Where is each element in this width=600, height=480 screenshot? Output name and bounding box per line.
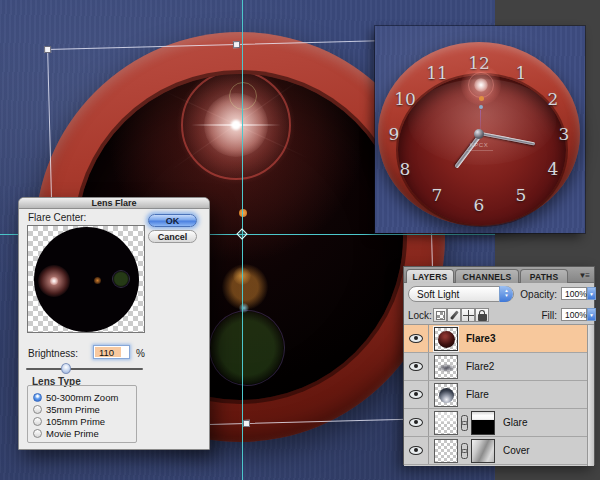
flare-center-label: Flare Center: — [28, 212, 86, 223]
clock-number: 4 — [548, 159, 559, 179]
lens-option-label: 105mm Prime — [46, 416, 105, 427]
panel-tab-bar: LAYERS CHANNELS PATHS ▼≡ — [404, 267, 594, 283]
lock-pixels-button[interactable] — [447, 308, 461, 322]
visibility-toggle[interactable] — [404, 353, 429, 380]
flare-preview-circle — [34, 227, 139, 332]
layer-mask-thumbnail[interactable] — [471, 439, 495, 463]
arrow-down-icon: ▼ — [504, 293, 508, 298]
flare-preview-green-circle — [112, 270, 130, 288]
lens-option-35mm[interactable]: 35mm Prime — [33, 403, 100, 415]
radio-icon[interactable] — [33, 429, 42, 438]
clock-number: 8 — [400, 159, 411, 179]
fill-label: Fill: — [541, 310, 557, 321]
layer-row-flare2[interactable]: Flare2 — [404, 353, 589, 381]
ok-button[interactable]: OK — [148, 214, 197, 227]
fill-field[interactable]: 100% — [561, 308, 587, 321]
cancel-button[interactable]: Cancel — [148, 230, 197, 243]
brightness-input[interactable]: 110 — [93, 345, 130, 359]
clock-number: 2 — [548, 89, 559, 109]
layer-row-flare3[interactable]: Flare3 — [404, 325, 589, 353]
brightness-label: Brightness: — [28, 348, 78, 359]
brightness-slider-thumb[interactable] — [61, 363, 71, 374]
clock-preview-image: 12 1 2 3 4 5 6 7 8 9 10 11 KPCX — [375, 26, 585, 233]
sphere-thumb — [439, 388, 454, 403]
layer-row-glare[interactable]: Glare — [404, 409, 589, 437]
layer-row-cover[interactable]: Cover — [404, 437, 589, 465]
clock-center-cap — [474, 129, 484, 139]
vertical-guide[interactable] — [242, 0, 243, 480]
radio-icon[interactable] — [33, 405, 42, 414]
layer-name[interactable]: Glare — [503, 417, 527, 428]
preview-flare-orange-dot — [479, 96, 484, 101]
flare-preview-core[interactable] — [50, 277, 58, 285]
chain-link-icon[interactable] — [460, 443, 468, 458]
checkerboard-icon — [436, 311, 445, 320]
layer-thumbnail[interactable] — [434, 327, 458, 351]
clock-logo-underline — [467, 150, 493, 151]
visibility-toggle[interactable] — [404, 325, 429, 352]
lens-type-group: 50-300mm Zoom 35mm Prime 105mm Prime Mov… — [27, 385, 137, 443]
preview-flare-blue-dot — [479, 105, 483, 109]
eye-icon — [409, 334, 423, 343]
transform-handle-bottom-mid[interactable] — [243, 420, 250, 427]
lens-option-50-300mm[interactable]: 50-300mm Zoom — [33, 391, 118, 403]
clock-logo-text: KPCX — [470, 142, 488, 148]
lock-transparency-button[interactable] — [433, 308, 447, 322]
layer-thumbnail[interactable] — [434, 439, 458, 463]
clock-number: 6 — [474, 195, 485, 215]
lock-row: Lock: Fill: 100% ▼ — [404, 305, 594, 325]
stepper-icon[interactable]: ▲ ▼ — [499, 286, 513, 302]
lock-label: Lock: — [408, 310, 432, 321]
panel-scrollbar[interactable] — [587, 325, 594, 466]
clock-number: 1 — [516, 63, 527, 83]
fill-dropdown-icon[interactable]: ▼ — [587, 308, 596, 321]
visibility-toggle[interactable] — [404, 381, 429, 408]
visibility-toggle[interactable] — [404, 437, 429, 464]
chain-link-icon[interactable] — [460, 415, 468, 430]
eye-icon — [409, 446, 423, 455]
blend-mode-row: Soft Light ▲ ▼ Opacity: 100% ▼ — [404, 283, 594, 305]
layer-thumbnail[interactable] — [434, 355, 458, 379]
clock-number: 3 — [559, 124, 570, 144]
tab-paths[interactable]: PATHS — [520, 269, 568, 283]
layer-thumbnail[interactable] — [434, 383, 458, 407]
lens-option-105mm[interactable]: 105mm Prime — [33, 415, 105, 427]
flare-center-preview[interactable] — [27, 225, 145, 333]
transform-handle-top-mid[interactable] — [233, 41, 240, 48]
tab-channels[interactable]: CHANNELS — [455, 269, 519, 283]
lock-position-button[interactable] — [461, 308, 475, 322]
layer-name[interactable]: Flare3 — [466, 333, 495, 344]
layer-name[interactable]: Cover — [503, 445, 530, 456]
percent-label: % — [136, 348, 145, 359]
layer-row-flare[interactable]: Flare — [404, 381, 589, 409]
radio-icon[interactable] — [33, 417, 42, 426]
layer-thumbnail[interactable] — [434, 411, 458, 435]
lens-option-movie[interactable]: Movie Prime — [33, 427, 99, 439]
visibility-toggle[interactable] — [404, 409, 429, 436]
tab-layers[interactable]: LAYERS — [406, 269, 454, 283]
brightness-slider-track[interactable] — [26, 368, 143, 370]
layer-name[interactable]: Flare2 — [466, 361, 494, 372]
opacity-field[interactable]: 100% — [561, 287, 587, 300]
layer-name[interactable]: Flare — [466, 389, 489, 400]
layer-mask-thumbnail[interactable] — [471, 411, 495, 435]
layers-panel: LAYERS CHANNELS PATHS ▼≡ Soft Light ▲ ▼ … — [403, 266, 595, 465]
dialog-title-bar[interactable]: Lens Flare — [19, 198, 209, 209]
clock-number: 10 — [394, 89, 416, 109]
lens-option-label: Movie Prime — [46, 428, 99, 439]
opacity-dropdown-icon[interactable]: ▼ — [587, 287, 596, 300]
layers-list: Flare3 Flare2 Flare Glare — [404, 325, 594, 466]
lock-all-button[interactable] — [475, 308, 489, 322]
blend-mode-select[interactable]: Soft Light ▲ ▼ — [408, 286, 514, 302]
move-icon — [463, 310, 474, 321]
brush-icon — [450, 310, 458, 319]
radio-selected-icon[interactable] — [33, 393, 42, 402]
eye-icon — [409, 418, 423, 427]
clock-number: 7 — [432, 185, 443, 205]
photoshop-workspace: 12 1 2 3 4 5 6 7 8 9 10 11 KPCX Lens Fla… — [0, 0, 600, 480]
panel-menu-icon[interactable]: ▼≡ — [578, 271, 589, 280]
soft-blob-thumb — [438, 364, 455, 372]
brightness-value: 110 — [95, 347, 121, 357]
transform-handle-top-left[interactable] — [44, 46, 51, 53]
eye-icon — [409, 362, 423, 371]
